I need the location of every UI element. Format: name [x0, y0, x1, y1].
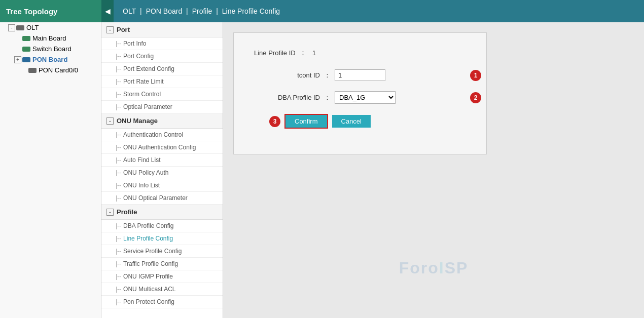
confirm-button[interactable]: Confirm [284, 114, 328, 129]
watermark: ForoISP [399, 259, 469, 277]
nav-item-service-profile-config[interactable]: |--Service Profile Config [101, 245, 223, 258]
device-icon [22, 57, 30, 62]
expand-icon: + [14, 56, 21, 63]
nav-item-onu-policy-auth[interactable]: |--ONU Policy Auth [101, 167, 223, 179]
device-icon [22, 36, 30, 41]
expand-icon: - [8, 24, 15, 31]
sidebar-item-label: Switch Board [32, 45, 71, 53]
dba-profile-id-colon: ： [324, 93, 331, 102]
nav-item-onu-info-list[interactable]: |--ONU Info List [101, 179, 223, 192]
dba-profile-id-label: DBA Profile ID [254, 94, 320, 101]
nav-item-pon-protect-config[interactable]: |--Pon Protect Config [101, 296, 223, 308]
nav-item-port-info[interactable]: |--Port Info [101, 37, 223, 50]
sidebar-item-pon-board[interactable]: + PON Board [0, 54, 101, 65]
sidebar-tree: - OLT Main Board Switch Board + PON Boar… [0, 22, 101, 318]
form-container: Line Profile ID ： 1 tcont ID ： 1 DBA Pro… [233, 32, 487, 154]
nav-section-onu-manage[interactable]: - ONU Manage [101, 113, 223, 129]
sidebar-item-pon-card[interactable]: PON Card0/0 [0, 65, 101, 75]
nav-section-port[interactable]: - Port [101, 22, 223, 37]
nav-item-authentication-control[interactable]: |--Authentication Control [101, 129, 223, 141]
section-collapse-icon: - [106, 26, 114, 33]
tcont-id-label: tcont ID [254, 71, 320, 79]
nav-panel: - Port |--Port Info |--Port Config |--Po… [101, 22, 223, 318]
tcont-id-row: tcont ID ： 1 [254, 69, 466, 81]
step-3-badge: 3 [269, 116, 280, 127]
sidebar-item-label: Main Board [32, 34, 66, 42]
nav-item-onu-multicast-acl[interactable]: |--ONU Multicast ACL [101, 283, 223, 296]
nav-section-label: Port [117, 26, 130, 33]
sidebar-item-olt[interactable]: - OLT [0, 22, 101, 33]
nav-item-port-config[interactable]: |--Port Config [101, 50, 223, 63]
sidebar-item-label: PON Card0/0 [39, 66, 78, 74]
nav-item-auto-find-list[interactable]: |--Auto Find List [101, 154, 223, 167]
line-profile-id-colon: ： [300, 48, 306, 57]
device-icon [28, 68, 37, 73]
nav-item-port-extend-config[interactable]: |--Port Extend Config [101, 63, 223, 75]
line-profile-id-value: 1 [312, 49, 316, 57]
dba-profile-id-select[interactable]: DBA_1G DBA_2G DBA_512M [335, 91, 396, 104]
content-panel: ForoISP Line Profile ID ： 1 tcont ID ： 1… [223, 22, 644, 318]
nav-section-profile[interactable]: - Profile [101, 205, 223, 220]
device-icon [16, 25, 24, 30]
nav-section-label: Profile [117, 208, 137, 216]
tcont-id-input[interactable] [335, 69, 385, 81]
dba-profile-id-row: DBA Profile ID ： DBA_1G DBA_2G DBA_512M … [254, 91, 466, 104]
cancel-button[interactable]: Cancel [332, 115, 371, 128]
breadcrumb-olt[interactable]: OLT [123, 7, 136, 15]
sidebar-item-label: PON Board [32, 56, 67, 63]
breadcrumb-profile[interactable]: Profile [192, 7, 212, 15]
collapse-sidebar-button[interactable]: ◀ [101, 0, 114, 22]
sidebar-item-label: OLT [26, 24, 39, 31]
section-collapse-icon: - [106, 209, 114, 216]
nav-section-label: ONU Manage [117, 117, 158, 125]
nav-item-onu-optical-parameter[interactable]: |--ONU Optical Parameter [101, 192, 223, 205]
breadcrumb-pon-board[interactable]: PON Board [146, 7, 183, 15]
sidebar-item-switch-board[interactable]: Switch Board [0, 44, 101, 54]
line-profile-id-row: Line Profile ID ： 1 [254, 48, 466, 57]
nav-item-optical-parameter[interactable]: |--Optical Parameter [101, 101, 223, 113]
nav-item-line-profile-config[interactable]: |--Line Profile Config [101, 232, 223, 245]
device-icon [22, 47, 30, 52]
step-2-badge: 2 [470, 92, 481, 103]
nav-item-onu-igmp-profile[interactable]: |--ONU IGMP Profile [101, 270, 223, 283]
section-collapse-icon: - [106, 117, 114, 125]
nav-item-traffic-profile-config[interactable]: |--Traffic Profile Config [101, 258, 223, 270]
buttons-row: 3 Confirm Cancel [254, 114, 466, 129]
breadcrumb-line-profile-config: Line Profile Config [222, 7, 280, 15]
nav-item-dba-profile-config[interactable]: |--DBA Profile Config [101, 220, 223, 232]
nav-item-onu-auth-config[interactable]: |--ONU Authentication Config [101, 141, 223, 154]
tcont-id-colon: ： [324, 71, 331, 80]
step-1-badge: 1 [470, 70, 481, 81]
nav-item-storm-control[interactable]: |--Storm Control [101, 88, 223, 101]
sidebar-item-main-board[interactable]: Main Board [0, 33, 101, 44]
breadcrumb: OLT | PON Board | Profile | Line Profile… [114, 0, 289, 22]
line-profile-id-label: Line Profile ID [254, 49, 296, 57]
nav-item-port-rate-limit[interactable]: |--Port Rate Limit [101, 75, 223, 88]
collapse-icon: ◀ [105, 7, 111, 15]
tree-topology-title: Tree Topology [0, 0, 101, 22]
